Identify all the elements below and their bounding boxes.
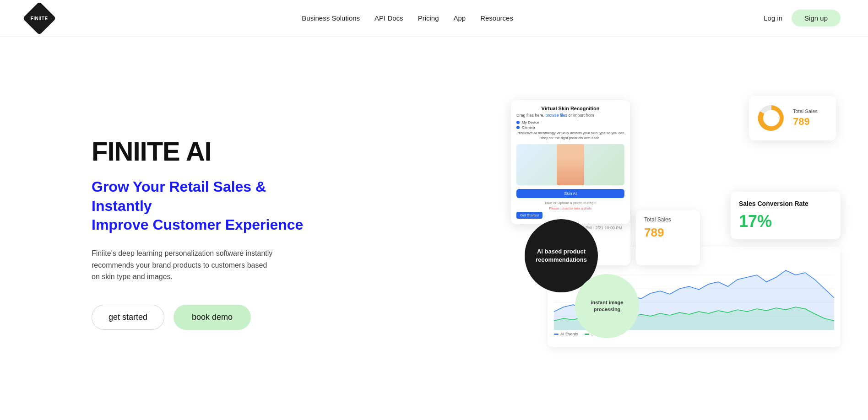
- option-dot-camera: [516, 126, 520, 129]
- book-demo-button[interactable]: book demo: [174, 305, 251, 330]
- nav-api-docs[interactable]: API Docs: [374, 14, 403, 22]
- nav-links: Business Solutions API Docs Pricing App …: [302, 14, 513, 22]
- legend-sales-dot: [585, 334, 589, 335]
- skin-card-title: Virtual Skin Recognition: [516, 106, 624, 111]
- hero-left: FINIITE AI Grow Your Retail Sales & Inst…: [92, 136, 330, 330]
- ai-recommendations-text: AI based productrecommendations: [536, 248, 587, 264]
- nav-pricing[interactable]: Pricing: [418, 14, 439, 22]
- hero-description: Finiite's deep learning personalization …: [92, 248, 275, 283]
- logo-diamond: FINIITE: [22, 1, 56, 35]
- login-button[interactable]: Log in: [764, 14, 782, 22]
- total-sales-metric-value: 789: [644, 226, 692, 240]
- nav-business-solutions[interactable]: Business Solutions: [302, 14, 360, 22]
- option-dot-device: [516, 121, 520, 124]
- total-sales-info: Total Sales 789: [793, 108, 818, 128]
- hero-section: FINIITE AI Grow Your Retail Sales & Inst…: [0, 37, 868, 420]
- skin-recognition-card: Virtual Skin Recognition Drag files here…: [511, 100, 630, 224]
- skin-card-image: [516, 144, 624, 185]
- skin-card-desc: Predictive AI technology virtually detec…: [516, 130, 624, 140]
- skin-warning: Please upload or take a photo: [516, 207, 624, 210]
- total-sales-value: 789: [793, 116, 818, 128]
- option-camera: Camera: [516, 125, 624, 129]
- logo-text: FINIITE: [31, 16, 48, 21]
- hero-dashboard: Virtual Skin Recognition Drag files here…: [511, 91, 841, 375]
- nav-app[interactable]: App: [453, 14, 466, 22]
- person-image: [557, 144, 584, 185]
- hero-subtitle-line2: Improve Customer Experience: [92, 216, 303, 233]
- nav-right: Log in Sign up: [764, 10, 841, 27]
- instant-image-circle: instant imageprocessing: [575, 274, 639, 338]
- conversion-title: Sales Conversion Rate: [739, 200, 832, 207]
- navbar: FINIITE Business Solutions API Docs Pric…: [0, 0, 868, 37]
- hero-subtitle-line1: Grow Your Retail Sales & Instantly: [92, 178, 266, 214]
- total-sales-pie-card: Total Sales 789: [749, 96, 836, 140]
- total-sales-label: Total Sales: [793, 108, 818, 114]
- skin-get-started[interactable]: Get Started: [516, 212, 542, 219]
- conversion-rate-card: Sales Conversion Rate 17%: [731, 192, 841, 239]
- hero-buttons: get started book demo: [92, 305, 330, 330]
- hero-title: FINIITE AI: [92, 136, 330, 167]
- legend-ai-dot: [554, 334, 559, 335]
- skin-ai-button[interactable]: Skin AI: [516, 189, 624, 198]
- conversion-rate: 17%: [739, 212, 832, 231]
- pie-chart-svg: [755, 102, 787, 134]
- legend-ai-events: AI Events: [554, 332, 578, 336]
- nav-resources[interactable]: Resources: [480, 14, 513, 22]
- get-started-button[interactable]: get started: [92, 305, 164, 330]
- svg-point-1: [763, 110, 780, 126]
- browse-link[interactable]: browse files: [546, 113, 568, 118]
- hero-subtitle: Grow Your Retail Sales & Instantly Impro…: [92, 178, 330, 235]
- total-sales-metric-card: Total Sales 789: [636, 210, 700, 265]
- instant-image-text: instant imageprocessing: [591, 299, 624, 313]
- option-device: My Device: [516, 120, 624, 124]
- skin-upload-text: Take or Upload a photo to begin: [516, 201, 624, 205]
- logo[interactable]: FINIITE: [27, 6, 51, 30]
- total-sales-metric-label: Total Sales: [644, 216, 692, 223]
- signup-button[interactable]: Sign up: [792, 10, 841, 27]
- skin-drag-text: Drag files here, browse files or import …: [516, 113, 624, 118]
